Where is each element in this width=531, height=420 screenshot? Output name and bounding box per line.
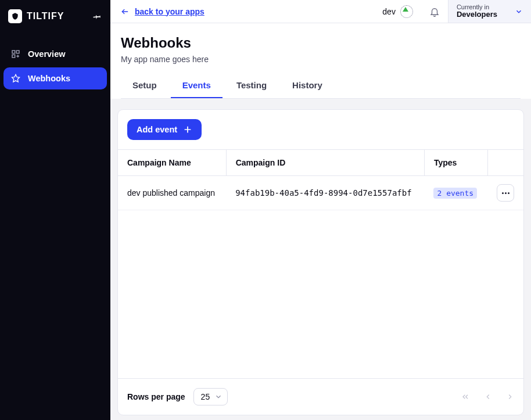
rows-per-page-value: 25	[201, 392, 210, 401]
brand-name: TILTIFY	[27, 11, 64, 21]
sidebar-item-webhooks[interactable]: Webhooks	[3, 67, 107, 89]
cell-types: 2 events	[424, 176, 487, 210]
prev-page-button[interactable]	[484, 392, 492, 401]
avatar	[400, 5, 413, 18]
events-table-wrap: Campaign Name Campaign ID Types dev publ…	[118, 149, 523, 378]
svg-rect-1	[16, 51, 19, 53]
col-campaign-name: Campaign Name	[118, 150, 226, 176]
sidebar: TILTIFY Overview Web	[0, 0, 110, 420]
main-area: back to your apps dev Currently in Devel…	[110, 0, 531, 420]
rows-per-page-label: Rows per page	[127, 392, 185, 401]
col-actions	[487, 150, 523, 176]
tab-events[interactable]: Events	[171, 74, 223, 98]
col-types: Types	[424, 150, 487, 176]
star-icon	[10, 73, 21, 84]
top-bar: back to your apps dev Currently in Devel…	[110, 0, 531, 23]
tab-bar: Setup Events Testing History	[121, 74, 521, 99]
first-page-button[interactable]	[461, 392, 470, 401]
types-badge[interactable]: 2 events	[433, 188, 477, 199]
chevrons-left-icon	[461, 392, 470, 401]
card-toolbar: Add event	[118, 110, 523, 149]
rows-per-page-select[interactable]: 25	[193, 388, 228, 405]
cell-actions	[487, 176, 523, 210]
sidebar-header: TILTIFY	[0, 6, 110, 35]
table-row: dev published campaign 94fab19b-40a5-4fd…	[118, 176, 523, 210]
context-switcher[interactable]: Currently in Developers	[448, 0, 531, 23]
notifications-button[interactable]	[421, 6, 448, 17]
page-subtitle: My app name goes here	[121, 55, 521, 64]
back-link[interactable]: back to your apps	[120, 7, 204, 16]
page-title: Webhooks	[121, 35, 521, 51]
card-footer: Rows per page 25	[118, 378, 523, 415]
events-table: Campaign Name Campaign ID Types dev publ…	[118, 149, 523, 210]
paginator	[461, 392, 514, 401]
bell-icon	[429, 6, 440, 17]
chevron-left-icon	[484, 392, 492, 401]
tab-setup[interactable]: Setup	[121, 74, 168, 98]
next-page-button[interactable]	[506, 392, 514, 401]
tab-history[interactable]: History	[281, 74, 334, 98]
back-link-label: back to your apps	[135, 7, 204, 16]
col-campaign-id: Campaign ID	[226, 150, 424, 176]
user-menu[interactable]: dev	[374, 5, 421, 18]
arrow-left-icon	[120, 8, 130, 16]
svg-rect-2	[12, 55, 15, 58]
dashboard-icon	[10, 49, 21, 59]
page-header: Webhooks My app name goes here Setup Eve…	[110, 23, 531, 99]
add-event-label: Add event	[137, 125, 177, 134]
user-name: dev	[382, 7, 396, 16]
brand-logo[interactable]: TILTIFY	[8, 9, 64, 23]
brand-logo-mark	[8, 9, 22, 23]
row-actions-button[interactable]	[497, 184, 514, 202]
chevron-down-icon	[214, 393, 223, 401]
chevron-right-icon	[506, 392, 514, 401]
events-card: Add event Campaign Name Campaign ID Type…	[117, 109, 524, 415]
context-value: Developers	[457, 10, 497, 19]
sidebar-nav: Overview Webhooks	[0, 35, 110, 89]
cell-campaign-name: dev published campaign	[118, 176, 226, 210]
svg-rect-0	[12, 51, 15, 53]
more-horizontal-icon	[502, 192, 510, 194]
svg-marker-5	[12, 74, 19, 82]
sidebar-item-label: Webhooks	[28, 74, 70, 83]
chevron-down-icon	[515, 8, 523, 16]
plus-icon	[183, 125, 192, 134]
tab-testing[interactable]: Testing	[225, 74, 278, 98]
pin-icon[interactable]	[93, 12, 102, 21]
sidebar-item-label: Overview	[28, 49, 66, 59]
content-area: Add event Campaign Name Campaign ID Type…	[110, 99, 531, 420]
add-event-button[interactable]: Add event	[127, 119, 202, 140]
cell-campaign-id: 94fab19b-40a5-4fd9-8994-0d7e1557afbf	[226, 176, 424, 210]
sidebar-item-overview[interactable]: Overview	[3, 43, 107, 65]
